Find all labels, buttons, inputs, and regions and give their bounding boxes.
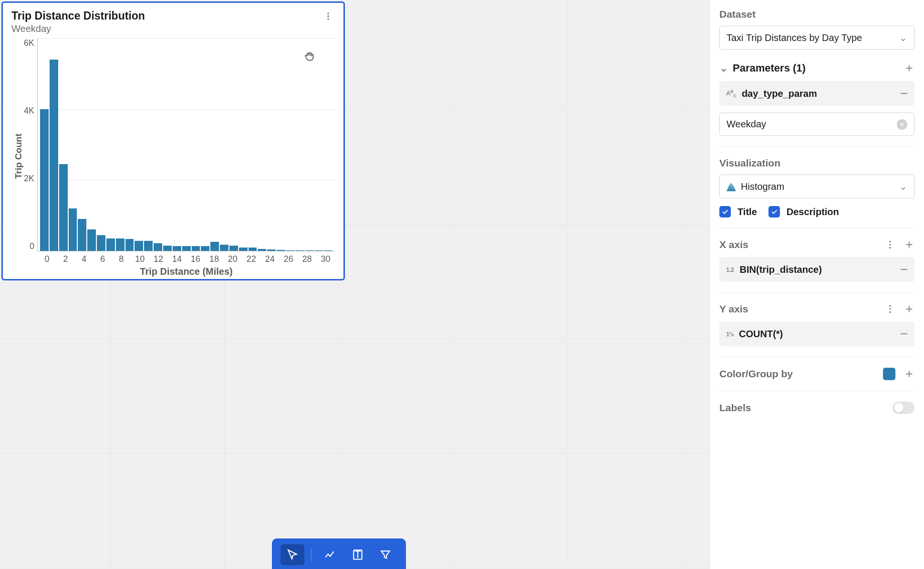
y-ticks: 6K 4K 2K 0 [24,38,37,274]
bar [229,246,238,251]
bar [315,250,323,251]
visualization-section-label: Visualization [719,157,914,169]
histogram-icon [727,183,736,191]
bar [40,109,49,251]
parameter-value: Weekday [727,119,766,130]
parameter-value-input[interactable]: Weekday ✕ [719,113,914,136]
x-tick: 30 [316,254,335,264]
title-checkbox-label: Title [737,207,757,217]
visualization-value: Histogram [741,181,784,192]
description-checkbox[interactable] [768,206,780,217]
bar [116,238,125,251]
chart-tool-button[interactable] [318,544,342,565]
x-tick: 6 [93,254,112,264]
bar [286,250,295,251]
chart-card[interactable]: Trip Distance Distribution Weekday Trip … [1,1,345,280]
svg-point-5 [889,244,891,246]
remove-parameter-button[interactable]: − [900,87,908,100]
dataset-section-label: Dataset [719,9,914,20]
y-tick: 6K [24,38,34,48]
more-icon[interactable] [322,10,335,25]
remove-xaxis-button[interactable]: − [900,263,908,276]
color-swatch[interactable] [883,368,895,380]
dataset-value: Taxi Trip Distances by Day Type [727,32,862,43]
x-tick: 28 [298,254,316,264]
bar [220,245,228,251]
canvas[interactable]: Trip Distance Distribution Weekday Trip … [0,0,709,569]
y-tick: 2K [24,174,34,184]
bar [249,248,257,251]
color-group-label: Color/Group by [719,368,793,380]
bar [97,235,105,251]
bar [78,219,86,251]
x-tick: 14 [168,254,187,264]
x-tick: 20 [223,254,242,264]
svg-point-8 [889,308,891,310]
text-type-icon: ABC [726,89,736,98]
number-type-icon: 1.2 [726,266,734,273]
svg-point-7 [889,305,891,307]
bar [87,229,96,251]
bar [305,250,314,251]
add-color-group-button[interactable] [904,369,914,379]
xaxis-label: X axis [719,239,748,250]
count-type-icon: 1²₃ [726,331,733,338]
text-tool-button[interactable] [346,544,370,565]
yaxis-field-chip[interactable]: 1²₃ COUNT(*) − [719,321,914,346]
dataset-dropdown[interactable]: Taxi Trip Distances by Day Type ⌄ [719,26,914,50]
filter-tool-button[interactable] [374,544,397,565]
x-tick: 16 [187,254,205,264]
bar [154,243,162,251]
description-checkbox-label: Description [787,207,839,217]
x-tick: 4 [75,254,93,264]
svg-point-9 [889,311,891,313]
chart-subtitle: Weekday [11,23,145,34]
x-tick: 0 [38,254,56,264]
visualization-dropdown[interactable]: Histogram ⌄ [719,175,914,198]
bar [277,250,285,251]
parameter-name: day_type_param [742,88,817,99]
add-yaxis-button[interactable] [904,304,914,314]
yaxis-field: COUNT(*) [739,329,783,340]
plot-area: 024681012141618202224262830 Trip Distanc… [37,38,335,251]
labels-toggle[interactable] [893,402,914,414]
chart-header: Trip Distance Distribution Weekday [11,10,335,34]
x-tick: 2 [56,254,75,264]
x-tick: 12 [149,254,168,264]
svg-point-2 [327,18,329,20]
labels-label: Labels [719,402,751,414]
clear-input-button[interactable]: ✕ [897,119,907,130]
yaxis-label: Y axis [719,303,748,315]
bar [182,246,191,251]
bar [173,246,181,251]
bar [210,242,219,251]
add-xaxis-button[interactable] [904,239,914,250]
bar [201,246,209,251]
bar [106,238,115,251]
yaxis-menu-button[interactable] [885,304,895,314]
right-panel: Dataset Taxi Trip Distances by Day Type … [709,0,924,569]
x-tick: 8 [112,254,131,264]
add-parameter-button[interactable] [904,63,914,73]
bar [258,249,266,251]
parameter-chip[interactable]: ABC day_type_param − [719,81,914,106]
x-tick: 22 [242,254,260,264]
bar [163,246,172,251]
bar [267,249,276,251]
bar [296,250,304,251]
title-checkbox[interactable] [719,206,731,217]
parameters-label: Parameters (1) [733,62,806,74]
chevron-down-icon: ⌄ [899,181,907,192]
x-axis-label: Trip Distance (Miles) [38,266,335,277]
chart-title: Trip Distance Distribution [11,10,145,22]
parameters-toggle[interactable]: ⌄ Parameters (1) [719,62,806,74]
remove-yaxis-button[interactable]: − [900,327,908,341]
bar [125,239,134,251]
bar [69,208,77,251]
cursor-tool-button[interactable] [280,544,304,565]
xaxis-menu-button[interactable] [885,239,895,250]
xaxis-field-chip[interactable]: 1.2 BIN(trip_distance) − [719,257,914,282]
bar [239,248,248,251]
y-axis-label: Trip Count [11,38,24,274]
svg-point-4 [889,241,891,243]
